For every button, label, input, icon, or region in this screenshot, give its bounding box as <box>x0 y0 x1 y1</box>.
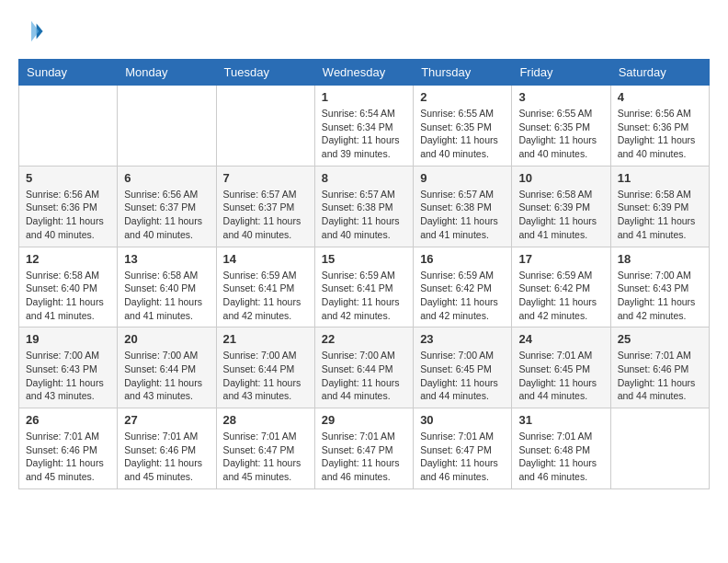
day-info: Sunrise: 6:56 AM Sunset: 6:37 PM Dayligh… <box>124 188 209 242</box>
calendar-day-header: Monday <box>118 60 216 86</box>
calendar-day-header: Friday <box>512 60 610 86</box>
day-number: 3 <box>518 90 603 104</box>
calendar-cell: 27Sunrise: 7:01 AM Sunset: 6:46 PM Dayli… <box>118 408 216 489</box>
day-info: Sunrise: 7:01 AM Sunset: 6:45 PM Dayligh… <box>518 349 603 403</box>
day-info: Sunrise: 7:00 AM Sunset: 6:44 PM Dayligh… <box>124 349 209 403</box>
day-info: Sunrise: 6:56 AM Sunset: 6:36 PM Dayligh… <box>26 188 110 242</box>
calendar-cell: 16Sunrise: 6:59 AM Sunset: 6:42 PM Dayli… <box>414 247 512 327</box>
day-number: 4 <box>618 90 702 104</box>
calendar-cell: 12Sunrise: 6:58 AM Sunset: 6:40 PM Dayli… <box>19 247 118 327</box>
calendar-table: SundayMondayTuesdayWednesdayThursdayFrid… <box>18 59 710 489</box>
day-info: Sunrise: 7:01 AM Sunset: 6:46 PM Dayligh… <box>26 430 110 484</box>
calendar-day-header: Tuesday <box>216 60 314 86</box>
calendar-cell: 8Sunrise: 6:57 AM Sunset: 6:38 PM Daylig… <box>314 166 413 247</box>
calendar-cell: 17Sunrise: 6:59 AM Sunset: 6:42 PM Dayli… <box>512 247 610 327</box>
day-info: Sunrise: 7:01 AM Sunset: 6:48 PM Dayligh… <box>518 430 603 484</box>
day-info: Sunrise: 7:00 AM Sunset: 6:43 PM Dayligh… <box>26 349 110 403</box>
day-number: 11 <box>618 171 702 185</box>
calendar-cell: 26Sunrise: 7:01 AM Sunset: 6:46 PM Dayli… <box>19 408 118 489</box>
day-info: Sunrise: 6:57 AM Sunset: 6:38 PM Dayligh… <box>322 188 406 242</box>
day-info: Sunrise: 7:00 AM Sunset: 6:44 PM Dayligh… <box>322 349 406 403</box>
calendar-week-row: 12Sunrise: 6:58 AM Sunset: 6:40 PM Dayli… <box>19 247 710 327</box>
calendar-cell: 24Sunrise: 7:01 AM Sunset: 6:45 PM Dayli… <box>512 327 610 408</box>
calendar-cell: 3Sunrise: 6:55 AM Sunset: 6:35 PM Daylig… <box>512 86 610 167</box>
day-number: 22 <box>322 332 406 346</box>
calendar-cell: 11Sunrise: 6:58 AM Sunset: 6:39 PM Dayli… <box>610 166 709 247</box>
day-number: 25 <box>618 332 702 346</box>
calendar-cell: 1Sunrise: 6:54 AM Sunset: 6:34 PM Daylig… <box>314 86 413 167</box>
calendar-cell: 21Sunrise: 7:00 AM Sunset: 6:44 PM Dayli… <box>216 327 314 408</box>
calendar-cell: 20Sunrise: 7:00 AM Sunset: 6:44 PM Dayli… <box>118 327 216 408</box>
calendar-day-header: Wednesday <box>314 60 413 86</box>
day-info: Sunrise: 6:59 AM Sunset: 6:42 PM Dayligh… <box>518 269 603 323</box>
day-info: Sunrise: 7:01 AM Sunset: 6:46 PM Dayligh… <box>124 430 209 484</box>
calendar-cell: 29Sunrise: 7:01 AM Sunset: 6:47 PM Dayli… <box>314 408 413 489</box>
day-number: 1 <box>322 90 406 104</box>
day-number: 30 <box>420 413 505 427</box>
day-info: Sunrise: 6:57 AM Sunset: 6:38 PM Dayligh… <box>420 188 505 242</box>
calendar-week-row: 19Sunrise: 7:00 AM Sunset: 6:43 PM Dayli… <box>19 327 710 408</box>
calendar-cell: 18Sunrise: 7:00 AM Sunset: 6:43 PM Dayli… <box>610 247 709 327</box>
day-number: 5 <box>26 171 110 185</box>
calendar-cell: 30Sunrise: 7:01 AM Sunset: 6:47 PM Dayli… <box>414 408 512 489</box>
day-number: 9 <box>420 171 505 185</box>
calendar-cell <box>610 408 709 489</box>
calendar-cell: 15Sunrise: 6:59 AM Sunset: 6:41 PM Dayli… <box>314 247 413 327</box>
day-info: Sunrise: 6:54 AM Sunset: 6:34 PM Dayligh… <box>322 107 406 161</box>
day-number: 27 <box>124 413 209 427</box>
calendar-cell: 19Sunrise: 7:00 AM Sunset: 6:43 PM Dayli… <box>19 327 118 408</box>
day-info: Sunrise: 7:01 AM Sunset: 6:46 PM Dayligh… <box>618 349 702 403</box>
day-number: 20 <box>124 332 209 346</box>
calendar-week-row: 5Sunrise: 6:56 AM Sunset: 6:36 PM Daylig… <box>19 166 710 247</box>
day-info: Sunrise: 7:01 AM Sunset: 6:47 PM Dayligh… <box>420 430 505 484</box>
calendar-cell <box>118 86 216 167</box>
calendar-cell: 2Sunrise: 6:55 AM Sunset: 6:35 PM Daylig… <box>414 86 512 167</box>
day-info: Sunrise: 7:00 AM Sunset: 6:43 PM Dayligh… <box>618 269 702 323</box>
day-number: 19 <box>26 332 110 346</box>
day-info: Sunrise: 7:01 AM Sunset: 6:47 PM Dayligh… <box>223 430 308 484</box>
calendar-cell: 23Sunrise: 7:00 AM Sunset: 6:45 PM Dayli… <box>414 327 512 408</box>
calendar-cell: 10Sunrise: 6:58 AM Sunset: 6:39 PM Dayli… <box>512 166 610 247</box>
day-number: 29 <box>322 413 406 427</box>
day-info: Sunrise: 6:58 AM Sunset: 6:40 PM Dayligh… <box>26 269 110 323</box>
calendar-cell: 5Sunrise: 6:56 AM Sunset: 6:36 PM Daylig… <box>19 166 118 247</box>
day-number: 23 <box>420 332 505 346</box>
day-number: 16 <box>420 252 505 266</box>
day-number: 17 <box>518 252 603 266</box>
calendar-cell: 13Sunrise: 6:58 AM Sunset: 6:40 PM Dayli… <box>118 247 216 327</box>
day-info: Sunrise: 6:58 AM Sunset: 6:39 PM Dayligh… <box>518 188 603 242</box>
day-number: 12 <box>26 252 110 266</box>
calendar-header-row: SundayMondayTuesdayWednesdayThursdayFrid… <box>19 60 710 86</box>
day-number: 24 <box>518 332 603 346</box>
day-info: Sunrise: 7:01 AM Sunset: 6:47 PM Dayligh… <box>322 430 406 484</box>
day-number: 10 <box>518 171 603 185</box>
svg-marker-1 <box>31 21 39 41</box>
calendar-week-row: 26Sunrise: 7:01 AM Sunset: 6:46 PM Dayli… <box>19 408 710 489</box>
day-number: 26 <box>26 413 110 427</box>
day-number: 28 <box>223 413 308 427</box>
calendar-cell: 4Sunrise: 6:56 AM Sunset: 6:36 PM Daylig… <box>610 86 709 167</box>
calendar-day-header: Sunday <box>19 60 118 86</box>
day-number: 2 <box>420 90 505 104</box>
logo <box>18 18 48 44</box>
calendar-cell <box>216 86 314 167</box>
calendar-cell <box>19 86 118 167</box>
logo-icon <box>18 18 44 44</box>
day-number: 15 <box>322 252 406 266</box>
day-info: Sunrise: 6:55 AM Sunset: 6:35 PM Dayligh… <box>518 107 603 161</box>
calendar-day-header: Thursday <box>414 60 512 86</box>
day-number: 21 <box>223 332 308 346</box>
day-number: 18 <box>618 252 702 266</box>
day-info: Sunrise: 6:59 AM Sunset: 6:42 PM Dayligh… <box>420 269 505 323</box>
day-info: Sunrise: 6:58 AM Sunset: 6:39 PM Dayligh… <box>618 188 702 242</box>
day-info: Sunrise: 6:57 AM Sunset: 6:37 PM Dayligh… <box>223 188 308 242</box>
day-info: Sunrise: 6:56 AM Sunset: 6:36 PM Dayligh… <box>618 107 702 161</box>
day-info: Sunrise: 7:00 AM Sunset: 6:44 PM Dayligh… <box>223 349 308 403</box>
calendar-cell: 9Sunrise: 6:57 AM Sunset: 6:38 PM Daylig… <box>414 166 512 247</box>
calendar-cell: 31Sunrise: 7:01 AM Sunset: 6:48 PM Dayli… <box>512 408 610 489</box>
day-info: Sunrise: 6:55 AM Sunset: 6:35 PM Dayligh… <box>420 107 505 161</box>
calendar-cell: 25Sunrise: 7:01 AM Sunset: 6:46 PM Dayli… <box>610 327 709 408</box>
day-info: Sunrise: 6:59 AM Sunset: 6:41 PM Dayligh… <box>223 269 308 323</box>
page-header <box>18 18 710 44</box>
calendar-day-header: Saturday <box>610 60 709 86</box>
